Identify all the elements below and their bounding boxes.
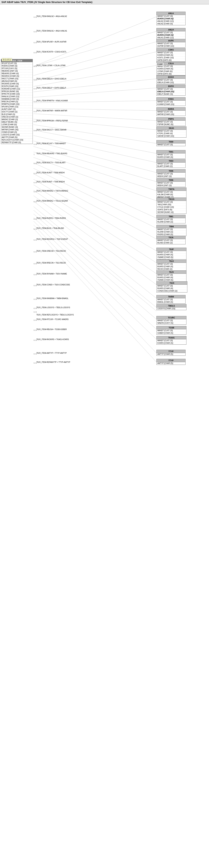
table-tka01: TKA01 MANDT [CLNT (3)] KOKRS [CHAR (4)]: [156, 336, 186, 345]
table-t8ja-header: T8JA: [156, 236, 185, 239]
field-rpartn: RPARTN [CHAR (10)]: [1, 103, 33, 105]
t881-rldnr: RLDNR [CHAR (2)]: [156, 221, 185, 223]
csla-kokrs: KOKRS [CHAR (4)]: [156, 68, 185, 70]
mult-0n-tcurc: 0..N: [34, 319, 37, 321]
table-t007a-header: T007A: [156, 188, 186, 191]
field-abusa: ABUSA [CHAR (4)]: [1, 80, 33, 83]
assoc-rtcur: T8JV_ITEM-RTCUR = TCURC-WAERS: [36, 318, 69, 320]
t811s-cycle: CYCLE [CHAR (10)]: [156, 206, 186, 209]
t006-mandt: MANDT [CLNT (3)]: [156, 173, 185, 175]
assoc-docty: T8JV_ITEM-DOCTY = T003-BLART: [36, 162, 66, 164]
svg-line-13: [34, 135, 156, 162]
ekpo-ebeln: EBELN [CHAR (10)]: [156, 90, 185, 93]
assoc-rrecin: T8JV_ITEM-RRECIN = T8JJ-RECID: [36, 262, 66, 264]
ttyp-awtyp: AWTYP [CHAR (5)]: [156, 353, 185, 355]
assoc-nplnr: T8JV_ITEM-NPLNR = AUFK-AUFNR: [36, 41, 66, 43]
table-csk5: CSK5 MANDT [CLNT (3)] KOKRS [CHAR (4)] K…: [156, 48, 185, 62]
svg-line-26: [34, 207, 156, 307]
mult-0n-t007a: 0..N: [34, 191, 37, 193]
assoc-rprojk: T8JV_ITEM-RPROJK = PRPS-PSPNR: [36, 120, 68, 122]
table-t003: T003 MANDT [CLNT (3)] BLART [CHAR (2)]: [156, 159, 185, 168]
tcurc-waers: WAERS [CUKY (5)]: [156, 322, 186, 324]
table-aufk-header: AUFK: [156, 39, 185, 42]
mult-0n-tabw: 0..N: [34, 298, 37, 300]
t8jx-bukrs: BUKRS [CHAR (4)]: [156, 287, 187, 290]
table-mara: MARA MANDT [CLNT (3)] MATNR [CHAR (18)]: [156, 107, 185, 116]
table-anlh-header: ANLH: [156, 28, 185, 31]
anla-bukrs: BUKRS [CHAR (4)]: [156, 18, 185, 20]
t8jv-vname: VNAME [CHAR (6)]: [156, 279, 186, 281]
table-t881: T881 MANDT [CLNT (3)] RLDNR [CHAR (2)]: [156, 215, 185, 223]
svg-line-1: [34, 31, 156, 66]
kna1-kunnr: KUNNR [CHAR (10)]: [156, 103, 185, 106]
table-t8jj-rrecin-header: T8JV: [156, 271, 186, 274]
table-t881-header: T881: [156, 215, 185, 218]
svg-line-16: [34, 152, 156, 191]
assoc-orecid: T8JV_ITEM-ORECID = T8JJ-RECID: [36, 250, 66, 252]
svg-line-5: [34, 79, 156, 92]
mult-0n-t8jf: 0..N: [34, 251, 37, 253]
table-tcurc-header: TCURC: [156, 316, 186, 319]
assoc-runit: T8JV_ITEM-RUNIT = T006-MSEHI: [36, 181, 65, 183]
assoc-ebelp: T8JV_ITEM-EBELP = EKPO-EBELP: [36, 87, 66, 89]
t003-mandt: MANDT [CLNT (3)]: [156, 162, 185, 165]
t881-mandt: MANDT [CLNT (3)]: [156, 218, 185, 221]
field-rprojk: RPROJK [NUMC (8)]: [1, 90, 33, 93]
header-title: SAP ABAP table T8JV_ITEM {JV Single Item…: [1, 1, 93, 3]
table-tabw: TABW MANDT [CLNT (3)] BWASL [CHAR (3)]: [156, 295, 185, 304]
field-condi: CONDI [CHAR (2)]: [1, 131, 33, 133]
table-t006-aunit-header: T006: [156, 169, 185, 173]
mult-0n-csk5: 0..N: [34, 52, 37, 54]
table-tbdls: TBDLS LOGSYS [CHAR (10)]: [156, 304, 186, 310]
t8ja-mandt: MANDT [CLNT (3)]: [156, 239, 185, 242]
csk5-kokrs: KOKRS [CHAR (4)]: [156, 54, 185, 57]
assoc-mwskz: T8JV_ITEM-MWSKZ = T007A-MWSKZ: [36, 190, 68, 192]
t811s-mandt: MANDT [CLNT (3)]: [156, 201, 186, 204]
mult-0n-csla: 0..N: [34, 65, 37, 67]
aufk-aufnr: AUFNR [CHAR (12)]: [156, 45, 185, 48]
table-anlh: ANLH MANDT [CLNT (3)] BUKRS [CHAR (4)] A…: [156, 28, 185, 39]
assoc-logsys: T8JV_ITEM-LOGSYS = TBDLS-LOGSYS: [36, 307, 70, 309]
table-t003-header: T003: [156, 159, 185, 162]
tabw-bwasl: BWASL [CHAR (3)]: [156, 301, 185, 303]
table-t001-header: T001: [156, 150, 185, 153]
field-rkokrs: RKOKRS [CHAR (4)]: [1, 83, 33, 85]
table-t8jx: T8JX MANDT [CLNT (3)] BUKRS [CHAR (4)] C…: [156, 281, 187, 292]
table-t811s: T811S MANDT [CLNT (3)] TAB [CHAR (30)] C…: [156, 197, 186, 214]
t8jf-bukrs: BUKRS [CHAR (4)]: [156, 253, 186, 256]
field-ranbwa: RANBWA [CHAR (3)]: [1, 98, 33, 100]
table-ska1-header: SKA1: [156, 127, 186, 130]
table-ekko: EKKO MANDT [CLNT (3)] EBELN [CHAR (10)]: [156, 75, 185, 84]
assoc-rkokrs: T8JV_ITEM-RKOKRS = TKA01-KOKRS: [36, 338, 69, 340]
tgsb-gsber: GSBER [CHAR (4)]: [156, 332, 186, 334]
svg-line-20: [34, 174, 156, 239]
table-t8jj-orecid: T8JJ MANDT [CLNT (3)] BUKRS [CHAR (4)] R…: [156, 259, 186, 271]
mult-0n-anla: 0..N: [34, 16, 37, 18]
assoc-racct: T8JV_ITEM-RACCT = SKA1-SAKNR: [36, 129, 66, 131]
csk5-mandt: MANDT [CLNT (3)]: [156, 52, 185, 54]
mult-0n-ska1: 0..N: [34, 130, 37, 131]
page-header: SAP ABAP table T8JV_ITEM {JV Single Item…: [0, 0, 209, 4]
assoc-bilid: T8JV_ITEM-BILID = T8JA-BILIND: [36, 227, 64, 229]
table-t006-aunit: T006 MANDT [CLNT (3)] MSEHI [UNIT (3)]: [156, 169, 185, 178]
mult-0n-t003: 0..N: [34, 162, 37, 164]
table-t006-runit-header: T006: [156, 179, 185, 182]
assoc-rclnt: T8JV_ITEM-RCLNT = T000-MANDT: [36, 143, 66, 145]
svg-line-24: [34, 196, 156, 285]
t8jf-vname: VNAME [CHAR (6)]: [156, 256, 186, 258]
anlh-bukrs: BUKRS [CHAR (4)]: [156, 34, 185, 36]
tgsb-mandt: MANDT [CLNT (3)]: [156, 329, 186, 332]
ekko-ebeln: EBELN [CHAR (10)]: [156, 81, 185, 84]
table-anla: ANLA MANDT [CLNT (3)] BUKRS [CHAR (4)] A…: [156, 12, 185, 25]
anlh-mandt: MANDT [CLNT (3)]: [156, 31, 185, 34]
table-t8jx-header: T8JX: [156, 282, 187, 285]
table-t811s-header: T811S: [156, 198, 186, 201]
t007a-mandt: MANDT [CLNT (3)]: [156, 191, 186, 193]
table-tka01-header: TKA01: [156, 336, 186, 339]
mult-0n-mara: 0..N: [34, 111, 37, 113]
tbdls-logsys: LOGSYS [CHAR (10)]: [156, 307, 186, 310]
table-kna1: KNA1 MANDT [CLNT (3)] KUNNR [CHAR (10)]: [156, 97, 185, 106]
t894-mandt: MANDT [CLNT (3)]: [156, 228, 186, 231]
anla-mandt: MANDT [CLNT (3)]: [156, 15, 185, 18]
field-rordnr: RORDNR [CHAR (12)]: [1, 88, 33, 90]
